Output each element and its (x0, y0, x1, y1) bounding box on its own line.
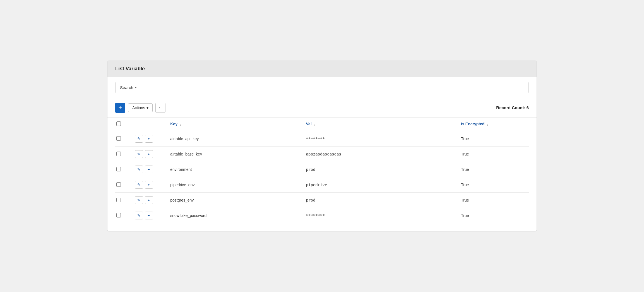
row-checkbox-cell (115, 193, 131, 208)
wand-button-3[interactable]: ✦ (145, 181, 153, 189)
toolbar-left: + Actions ▾ ← (115, 103, 165, 113)
row-action-buttons: ✎ ✦ (135, 135, 164, 143)
row-checkbox-3[interactable] (116, 182, 121, 187)
record-count-label: Record Count: 6 (496, 105, 529, 110)
header-key-col[interactable]: Key ↕ (167, 118, 302, 131)
actions-label: Actions (132, 106, 145, 110)
wand-button-0[interactable]: ✦ (145, 135, 153, 143)
row-action-buttons: ✎ ✦ (135, 196, 164, 204)
row-checkbox-cell (115, 147, 131, 162)
row-actions-cell: ✎ ✦ (131, 177, 167, 193)
row-val-cell-5: ******** (303, 208, 458, 223)
wand-button-2[interactable]: ✦ (145, 166, 153, 173)
val-col-label: Val (306, 122, 312, 126)
header-val-col[interactable]: Val ↕ (303, 118, 458, 131)
row-action-buttons: ✎ ✦ (135, 181, 164, 189)
record-count: Record Count: 6 (496, 105, 529, 110)
wand-icon-2: ✦ (147, 167, 150, 172)
edit-button-1[interactable]: ✎ (135, 150, 143, 158)
row-actions-cell: ✎ ✦ (131, 193, 167, 208)
row-checkbox-2[interactable] (116, 167, 121, 171)
row-actions-cell: ✎ ✦ (131, 131, 167, 147)
main-container: List Variable Search ▾ + Actions ▾ ← Rec… (107, 61, 537, 231)
plus-icon: + (119, 105, 122, 111)
row-encrypted-cell-2: True (458, 162, 529, 177)
table-row: ✎ ✦ airtable_api_key ******** True (115, 131, 529, 147)
edit-icon-3: ✎ (137, 183, 141, 187)
table-header-row: Key ↕ Val ↕ Is Encrypted ↕ (115, 118, 529, 131)
row-val-cell-4: prod (303, 193, 458, 208)
row-actions-cell: ✎ ✦ (131, 162, 167, 177)
search-bar[interactable]: Search ▾ (115, 82, 529, 93)
row-encrypted-cell-1: True (458, 147, 529, 162)
row-val-cell-3: pipedrive (303, 177, 458, 193)
row-val-cell-0: ******** (303, 131, 458, 147)
variables-table: Key ↕ Val ↕ Is Encrypted ↕ (115, 118, 529, 223)
edit-button-0[interactable]: ✎ (135, 135, 143, 143)
header-encrypted-col[interactable]: Is Encrypted ↕ (458, 118, 529, 131)
wand-icon-4: ✦ (147, 198, 150, 202)
val-sort-icon[interactable]: ↕ (314, 123, 316, 126)
edit-button-5[interactable]: ✎ (135, 212, 143, 219)
edit-icon-2: ✎ (137, 167, 141, 172)
edit-icon-5: ✎ (137, 213, 141, 218)
encrypted-sort-icon[interactable]: ↕ (487, 123, 488, 126)
wand-icon-3: ✦ (147, 183, 150, 187)
wand-button-1[interactable]: ✦ (145, 150, 153, 158)
back-button[interactable]: ← (155, 103, 165, 113)
search-label: Search (120, 85, 133, 90)
row-checkbox-1[interactable] (116, 152, 121, 156)
edit-icon-4: ✎ (137, 198, 141, 202)
actions-chevron-icon: ▾ (146, 106, 148, 110)
row-key-cell-4: postgres_env (167, 193, 302, 208)
edit-icon-1: ✎ (137, 152, 141, 156)
row-key-cell-2: environment (167, 162, 302, 177)
wand-button-5[interactable]: ✦ (145, 212, 153, 219)
wand-button-4[interactable]: ✦ (145, 196, 153, 204)
table-row: ✎ ✦ postgres_env prod True (115, 193, 529, 208)
row-checkbox-5[interactable] (116, 213, 121, 217)
add-button[interactable]: + (115, 103, 125, 113)
row-checkbox-0[interactable] (116, 136, 121, 141)
edit-button-3[interactable]: ✎ (135, 181, 143, 189)
row-checkbox-cell (115, 177, 131, 193)
search-chevron-icon: ▾ (135, 86, 137, 89)
page-header: List Variable (107, 61, 537, 77)
search-bar-section: Search ▾ (107, 77, 537, 98)
row-key-cell-0: airtable_api_key (167, 131, 302, 147)
key-sort-icon[interactable]: ↕ (180, 123, 181, 126)
wand-icon-1: ✦ (147, 152, 150, 156)
back-arrow-icon: ← (158, 105, 163, 110)
header-actions-col (131, 118, 167, 131)
row-actions-cell: ✎ ✦ (131, 208, 167, 223)
toolbar-section: + Actions ▾ ← Record Count: 6 (107, 98, 537, 118)
row-action-buttons: ✎ ✦ (135, 166, 164, 173)
table-row: ✎ ✦ snowflake_password ******** True (115, 208, 529, 223)
row-action-buttons: ✎ ✦ (135, 150, 164, 158)
wand-icon-0: ✦ (147, 137, 150, 141)
row-val-cell-1: appzasdasdasdas (303, 147, 458, 162)
key-col-label: Key (170, 122, 177, 126)
row-encrypted-cell-0: True (458, 131, 529, 147)
table-row: ✎ ✦ pipedrive_env pipedrive True (115, 177, 529, 193)
row-val-cell-2: prod (303, 162, 458, 177)
row-key-cell-5: snowflake_password (167, 208, 302, 223)
row-encrypted-cell-4: True (458, 193, 529, 208)
row-checkbox-cell (115, 131, 131, 147)
row-checkbox-cell (115, 208, 131, 223)
row-key-cell-1: airtable_base_key (167, 147, 302, 162)
row-checkbox-4[interactable] (116, 198, 121, 202)
row-checkbox-cell (115, 162, 131, 177)
edit-button-2[interactable]: ✎ (135, 166, 143, 173)
encrypted-col-label: Is Encrypted (461, 122, 484, 126)
header-checkbox-col (115, 118, 131, 131)
table-body: ✎ ✦ airtable_api_key ******** True ✎ (115, 131, 529, 223)
table-row: ✎ ✦ airtable_base_key appzasdasdasdas Tr… (115, 147, 529, 162)
row-encrypted-cell-5: True (458, 208, 529, 223)
edit-button-4[interactable]: ✎ (135, 196, 143, 204)
edit-icon-0: ✎ (137, 137, 141, 141)
select-all-checkbox[interactable] (116, 121, 121, 126)
page-title: List Variable (115, 66, 145, 71)
row-action-buttons: ✎ ✦ (135, 212, 164, 219)
actions-button[interactable]: Actions ▾ (128, 103, 153, 112)
